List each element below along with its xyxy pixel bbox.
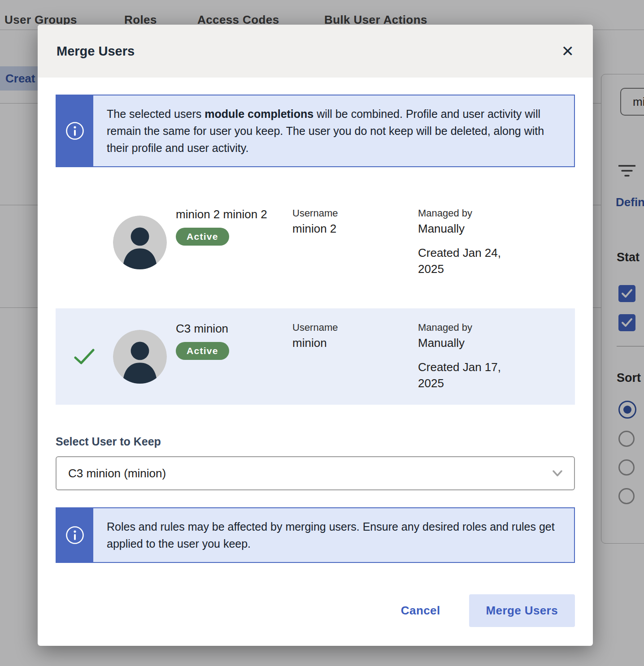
modal-title: Merge Users bbox=[57, 44, 135, 59]
modal-footer: Cancel Merge Users bbox=[56, 594, 575, 627]
info-banner-bottom-text: Roles and rules may be affected by mergi… bbox=[93, 508, 574, 562]
info-banner-top-text: The selected users module completions wi… bbox=[93, 95, 574, 166]
user-to-keep-select[interactable]: C3 minion (minion) bbox=[56, 456, 575, 490]
status-badge: Active bbox=[176, 228, 229, 246]
cancel-button[interactable]: Cancel bbox=[401, 604, 440, 618]
info-icon bbox=[57, 95, 93, 166]
status-badge: Active bbox=[176, 342, 229, 360]
managed-by-label: Managed by bbox=[418, 322, 519, 333]
info-banner-bottom: Roles and rules may be affected by mergi… bbox=[56, 507, 575, 563]
user-info: C3 minion Active Username minion Managed… bbox=[176, 322, 519, 391]
selection-check-cell bbox=[56, 348, 113, 365]
select-user-to-keep-label: Select User to Keep bbox=[56, 435, 575, 448]
avatar bbox=[113, 330, 167, 384]
info-icon bbox=[57, 508, 93, 562]
user-info: minion 2 minion 2 Active Username minion… bbox=[176, 208, 519, 277]
managed-by-value: Manually bbox=[418, 336, 519, 350]
user-name: C3 minion bbox=[176, 322, 292, 336]
modal-body: The selected users module completions wi… bbox=[38, 78, 593, 627]
avatar bbox=[113, 216, 167, 269]
close-icon[interactable]: ✕ bbox=[561, 43, 574, 59]
managed-by-value: Manually bbox=[418, 222, 519, 236]
modal-header: Merge Users ✕ bbox=[38, 25, 593, 78]
checkmark-icon bbox=[74, 348, 95, 365]
merge-users-button[interactable]: Merge Users bbox=[469, 594, 575, 627]
info-banner-top: The selected users module completions wi… bbox=[56, 95, 575, 167]
created-date: Created Jan 17, 2025 bbox=[418, 359, 519, 391]
managed-by-label: Managed by bbox=[418, 208, 519, 219]
username-label: Username bbox=[292, 208, 418, 219]
user-row[interactable]: minion 2 minion 2 Active Username minion… bbox=[56, 194, 575, 290]
users-list: minion 2 minion 2 Active Username minion… bbox=[56, 194, 575, 405]
username-value: minion bbox=[292, 336, 418, 350]
user-row-selected[interactable]: C3 minion Active Username minion Managed… bbox=[56, 308, 575, 405]
created-date: Created Jan 24, 2025 bbox=[418, 245, 519, 277]
user-name: minion 2 minion 2 bbox=[176, 208, 292, 221]
select-value: C3 minion (minion) bbox=[68, 467, 166, 480]
merge-users-modal: Merge Users ✕ The selected users module … bbox=[38, 25, 593, 646]
username-value: minion 2 bbox=[292, 222, 418, 236]
username-label: Username bbox=[292, 322, 418, 333]
chevron-down-icon bbox=[553, 470, 562, 476]
